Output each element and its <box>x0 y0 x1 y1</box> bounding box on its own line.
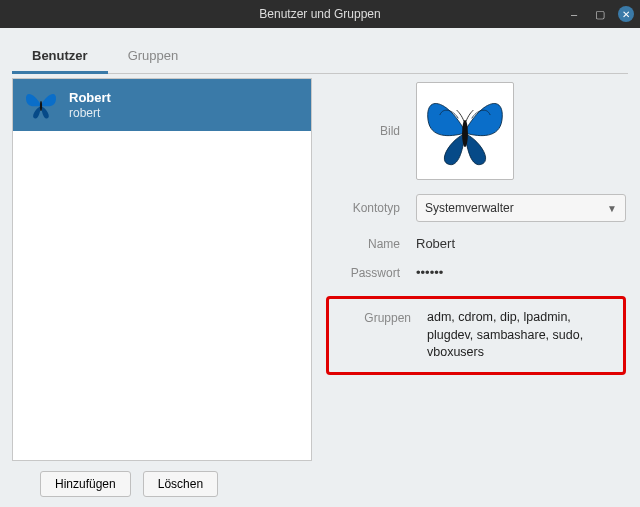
titlebar: Benutzer und Gruppen – ▢ ✕ <box>0 0 640 28</box>
content-area: Benutzer Gruppen <box>0 28 640 507</box>
groups-label: Gruppen <box>337 309 427 325</box>
button-row: Hinzufügen Löschen <box>12 461 312 501</box>
account-type-label: Kontotyp <box>326 201 416 215</box>
name-label: Name <box>326 237 416 251</box>
tab-bar: Benutzer Gruppen <box>12 40 628 74</box>
minimize-button[interactable]: – <box>566 6 582 22</box>
svg-point-0 <box>40 101 42 111</box>
maximize-button[interactable]: ▢ <box>592 6 608 22</box>
main-area: Robert robert Hinzufügen Löschen Bild <box>12 74 628 501</box>
user-list[interactable]: Robert robert <box>12 78 312 461</box>
user-item-text: Robert robert <box>69 90 111 120</box>
window-title: Benutzer und Gruppen <box>259 7 380 21</box>
delete-button[interactable]: Löschen <box>143 471 218 497</box>
chevron-down-icon: ▼ <box>607 203 617 214</box>
left-pane: Robert robert Hinzufügen Löschen <box>12 78 312 501</box>
right-pane: Bild <box>324 78 628 501</box>
field-image: Bild <box>326 82 626 180</box>
tab-groups[interactable]: Gruppen <box>108 40 199 73</box>
account-type-select[interactable]: Systemverwalter ▼ <box>416 194 626 222</box>
butterfly-icon <box>423 92 507 170</box>
window-controls: – ▢ ✕ <box>566 0 634 28</box>
list-item[interactable]: Robert robert <box>13 79 311 131</box>
butterfly-icon <box>23 89 59 121</box>
field-account-type: Kontotyp Systemverwalter ▼ <box>326 194 626 222</box>
tab-users[interactable]: Benutzer <box>12 40 108 74</box>
user-login-name: robert <box>69 106 111 120</box>
name-value[interactable]: Robert <box>416 236 626 251</box>
user-avatar-large[interactable] <box>416 82 514 180</box>
field-name: Name Robert <box>326 236 626 251</box>
groups-value: adm, cdrom, dip, lpadmin, plugdev, samba… <box>427 309 615 362</box>
svg-point-1 <box>462 120 468 147</box>
password-value[interactable]: •••••• <box>416 265 626 280</box>
image-label: Bild <box>326 124 416 138</box>
user-avatar-small <box>21 85 61 125</box>
window: Benutzer und Gruppen – ▢ ✕ Benutzer Grup… <box>0 0 640 507</box>
close-button[interactable]: ✕ <box>618 6 634 22</box>
add-button[interactable]: Hinzufügen <box>40 471 131 497</box>
account-type-value: Systemverwalter <box>425 201 514 215</box>
password-label: Passwort <box>326 266 416 280</box>
field-password: Passwort •••••• <box>326 265 626 280</box>
groups-highlight: Gruppen adm, cdrom, dip, lpadmin, plugde… <box>326 296 626 375</box>
user-display-name: Robert <box>69 90 111 106</box>
